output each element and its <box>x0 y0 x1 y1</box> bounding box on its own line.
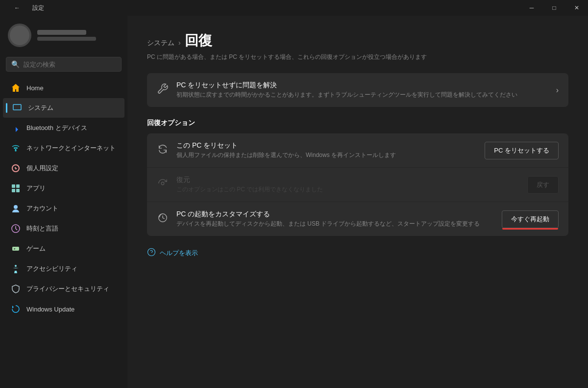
restore-icon <box>157 178 169 191</box>
option-text-restore: 復元 このオプションはこの PC では利用できなくなりました <box>176 176 323 194</box>
sidebar-profile <box>0 18 127 55</box>
help-link[interactable]: ヘルプを表示 <box>147 248 568 259</box>
main-content: システム › 回復 PC に問題がある場合、または PC をリセットする場合、こ… <box>127 16 588 388</box>
svg-point-1 <box>15 150 16 151</box>
privacy-icon <box>11 284 21 294</box>
profile-info <box>37 30 96 41</box>
breadcrumb-system: システム <box>147 39 174 48</box>
svg-point-9 <box>161 182 164 185</box>
sidebar-item-update[interactable]: Windows Update <box>3 299 124 319</box>
sidebar-item-time-label: 時刻と言語 <box>26 224 58 233</box>
sidebar-item-accounts[interactable]: アカウント <box>3 199 124 218</box>
personalize-icon <box>11 163 21 173</box>
sidebar-item-bluetooth-label: Bluetooth とデバイス <box>26 124 87 132</box>
svg-rect-5 <box>16 189 20 192</box>
section-title: 回復オプション <box>147 119 568 128</box>
avatar-image <box>10 26 29 45</box>
accessibility-icon <box>11 264 21 274</box>
option-left: この PC をリセット 個人用ファイルの保持または削除を選んでから、Window… <box>157 141 396 159</box>
accounts-icon <box>11 204 21 213</box>
sidebar-item-time[interactable]: 時刻と言語 <box>3 219 124 238</box>
time-icon <box>11 224 21 233</box>
sidebar-item-personalize-label: 個人用設定 <box>26 164 58 173</box>
sidebar-nav: Home システム Bluetooth とデバイス <box>0 76 127 388</box>
troubleshoot-text: PC をリセットせずに問題を解決 初期状態に戻すまでの時間がかかることがあります… <box>176 81 517 99</box>
restore-button: 戻す <box>527 176 559 194</box>
svg-point-6 <box>14 205 18 209</box>
titlebar: ← 設定 ─ □ ✕ <box>0 0 588 16</box>
sidebar-item-home[interactable]: Home <box>3 78 124 98</box>
titlebar-controls: ─ □ ✕ <box>520 0 588 16</box>
svg-rect-4 <box>12 189 15 192</box>
sidebar-item-accessibility[interactable]: アクセシビリティ <box>3 259 124 279</box>
page-title: 回復 <box>185 31 212 50</box>
breadcrumb-sep: › <box>178 39 181 47</box>
svg-point-8 <box>15 265 17 267</box>
update-icon <box>11 304 21 314</box>
sidebar-item-home-label: Home <box>26 84 44 92</box>
maximize-button[interactable]: □ <box>543 0 565 16</box>
sidebar-item-privacy[interactable]: プライバシーとセキュリティ <box>3 279 124 299</box>
option-startup: PC の起動をカスタマイズする デバイスを再起動してディスクから起動、または U… <box>147 202 568 236</box>
chevron-right-icon: › <box>556 86 559 95</box>
sidebar-item-gaming[interactable]: ゲーム <box>3 239 124 259</box>
svg-point-11 <box>148 249 155 256</box>
recovery-options: この PC をリセット 個人用ファイルの保持または削除を選んでから、Window… <box>147 133 568 236</box>
minimize-button[interactable]: ─ <box>520 0 543 16</box>
apps-icon <box>11 183 21 193</box>
sidebar-item-accessibility-label: アクセシビリティ <box>26 264 77 273</box>
gaming-icon <box>11 244 21 254</box>
troubleshoot-sub: 初期状態に戻すまでの時間がかかることがあります。まずトラブルシューティングツール… <box>176 91 517 99</box>
avatar <box>8 24 31 47</box>
option-restore: 復元 このオプションはこの PC では利用できなくなりました 戻す <box>147 168 568 202</box>
sidebar-item-personalize[interactable]: 個人用設定 <box>3 158 124 178</box>
help-text: ヘルプを表示 <box>160 249 198 258</box>
option-text-reset: この PC をリセット 個人用ファイルの保持または削除を選んでから、Window… <box>176 141 396 159</box>
app-body: 🔍 Home システム Bl <box>0 16 588 388</box>
titlebar-left: ← 設定 <box>6 0 44 16</box>
sidebar-item-accounts-label: アカウント <box>26 204 58 213</box>
svg-rect-3 <box>16 184 20 188</box>
svg-rect-0 <box>13 104 21 110</box>
sidebar-item-network-label: ネットワークとインターネット <box>26 144 116 153</box>
close-button[interactable]: ✕ <box>565 0 588 16</box>
troubleshoot-icon <box>157 83 169 97</box>
option-sub-restore: このオプションはこの PC では利用できなくなりました <box>176 185 323 194</box>
sidebar-item-apps[interactable]: アプリ <box>3 179 124 198</box>
search-icon: 🔍 <box>11 60 20 68</box>
svg-rect-2 <box>12 184 15 188</box>
sidebar-item-privacy-label: プライバシーとセキュリティ <box>26 285 109 293</box>
option-title-reset: この PC をリセット <box>176 141 396 150</box>
sidebar-item-system-label: システム <box>28 103 53 112</box>
option-reset-pc: この PC をリセット 個人用ファイルの保持または削除を選んでから、Window… <box>147 133 568 168</box>
system-icon <box>12 103 22 113</box>
sidebar-item-update-label: Windows Update <box>26 306 74 313</box>
help-icon <box>147 248 156 259</box>
page-description: PC に問題がある場合、または PC をリセットする場合、これらの回復オプション… <box>147 53 568 61</box>
option-title-restore: 復元 <box>176 176 323 184</box>
profile-sub <box>37 37 96 41</box>
home-icon <box>11 83 21 93</box>
sidebar-item-apps-label: アプリ <box>26 184 46 193</box>
option-sub-reset: 個人用ファイルの保持または削除を選んでから、Windows を再インストールしま… <box>176 151 396 159</box>
troubleshoot-title: PC をリセットせずに問題を解決 <box>176 81 517 90</box>
search-input[interactable] <box>24 61 116 68</box>
sidebar-item-system[interactable]: システム <box>3 98 124 118</box>
titlebar-title: 設定 <box>32 4 44 12</box>
troubleshoot-left: PC をリセットせずに問題を解決 初期状態に戻すまでの時間がかかることがあります… <box>157 81 517 99</box>
reset-icon <box>157 144 169 157</box>
search-box[interactable]: 🔍 <box>6 57 122 72</box>
sidebar-item-network[interactable]: ネットワークとインターネット <box>3 138 124 158</box>
page-title-row: システム › 回復 <box>147 31 568 50</box>
bluetooth-icon <box>11 123 21 133</box>
network-icon <box>11 143 21 153</box>
sidebar: 🔍 Home システム Bl <box>0 16 127 388</box>
option-text-startup: PC の起動をカスタマイズする デバイスを再起動してディスクから起動、または U… <box>176 210 480 228</box>
reset-pc-button[interactable]: PC をリセットする <box>485 142 559 159</box>
restart-button[interactable]: 今すぐ再起動 <box>502 210 559 228</box>
troubleshoot-card[interactable]: PC をリセットせずに問題を解決 初期状態に戻すまでの時間がかかることがあります… <box>147 73 568 107</box>
option-title-startup: PC の起動をカスタマイズする <box>176 210 480 219</box>
sidebar-item-bluetooth[interactable]: Bluetooth とデバイス <box>3 118 124 138</box>
option-sub-startup: デバイスを再起動してディスクから起動、または USB ドライブから起動するなど、… <box>176 220 480 228</box>
back-button[interactable]: ← <box>6 0 28 16</box>
